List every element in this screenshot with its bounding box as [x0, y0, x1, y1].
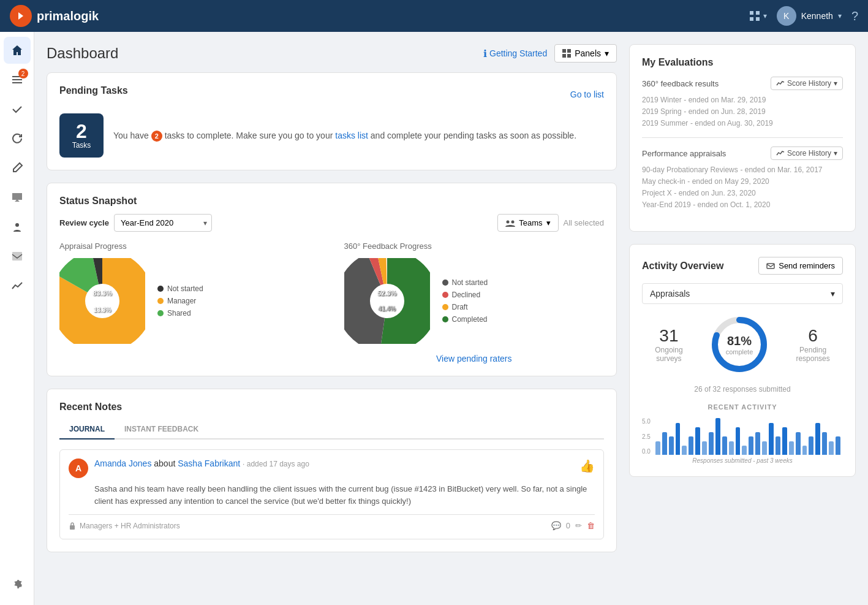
page-title: Dashboard: [47, 45, 118, 62]
tab-instant-feedback[interactable]: INSTANT FEEDBACK: [115, 420, 208, 439]
help-icon[interactable]: ?: [851, 9, 858, 23]
logo-icon[interactable]: [10, 5, 32, 27]
activity-overview-header: Activity Overview Send reminders: [642, 257, 843, 275]
chart-bar: [809, 436, 813, 455]
appraisals-score-history-button[interactable]: Score History ▾: [771, 146, 843, 160]
y-axis: 5.0 2.5 0.0: [642, 418, 651, 455]
sidebar-item-analytics[interactable]: [4, 272, 31, 299]
chart-bar: [689, 436, 693, 455]
sidebar-item-home[interactable]: [4, 37, 31, 64]
chart-bar: [695, 427, 700, 455]
eval-project-x[interactable]: Project X - ended on Jun. 23, 2020: [642, 188, 843, 197]
chart-bar: [676, 423, 681, 455]
appraisals-eval-label: Performance appraisals: [642, 149, 726, 158]
chart-bar: [729, 441, 734, 455]
review-cycle-select[interactable]: Year-End 2020: [114, 214, 212, 232]
edit-note-icon[interactable]: ✏: [575, 521, 582, 530]
sidebar-item-check[interactable]: [4, 96, 31, 123]
appraisals-eval-header: Performance appraisals Score History ▾: [642, 146, 843, 160]
view-pending-raters: View pending raters: [344, 354, 605, 363]
bar-chart-area: 5.0 2.5 0.0: [642, 418, 843, 455]
user-menu[interactable]: K Kenneth ▾: [777, 6, 842, 26]
tasks-list-link[interactable]: tasks list: [335, 131, 368, 140]
legend-fb-completed: Completed: [442, 315, 488, 324]
eval-may-checkin[interactable]: May check-in - ended on May 29, 2020: [642, 177, 843, 186]
note-meta: Amanda Jones about Sasha Fabrikant · add…: [94, 459, 579, 468]
delete-note-icon[interactable]: 🗑: [587, 521, 595, 530]
appraisal-pie-chart: 83.3% 13.3%: [59, 258, 145, 344]
sidebar-item-chat[interactable]: [4, 184, 31, 211]
pending-responses-label: Pendingresponses: [796, 346, 829, 363]
user-dropdown-icon: ▾: [838, 12, 842, 20]
chart-bar: [715, 418, 720, 455]
sidebar-item-settings[interactable]: [4, 571, 31, 577]
tasks-count-label: Tasks: [72, 141, 91, 150]
recent-activity-title: RECENT ACTIVITY: [642, 403, 843, 411]
chart-bar: [815, 423, 820, 455]
chart-bar: [822, 432, 827, 455]
getting-started-button[interactable]: ℹ Getting Started: [483, 48, 547, 59]
ongoing-surveys-label: Ongoingsurveys: [655, 346, 682, 363]
chart-bar: [755, 432, 760, 455]
note-author-area: A Amanda Jones about Sasha Fabrikant · a…: [69, 459, 579, 478]
svg-marker-0: [18, 12, 23, 20]
trend-icon-2: [776, 150, 785, 156]
view-pending-raters-link[interactable]: View pending raters: [436, 354, 511, 363]
eval-divider: [642, 137, 843, 138]
eval-2019-summer[interactable]: 2019 Summer - ended on Aug. 30, 2019: [642, 118, 843, 127]
send-reminders-button[interactable]: Send reminders: [758, 257, 843, 275]
svg-rect-10: [562, 49, 566, 53]
grid-button[interactable]: ▾: [749, 10, 767, 22]
go-to-list-link[interactable]: Go to list: [570, 89, 604, 99]
sidebar-item-inbox[interactable]: [4, 243, 31, 270]
feedback-score-history-button[interactable]: Score History ▾: [771, 77, 843, 90]
sidebar-item-edit[interactable]: [4, 154, 31, 181]
tasks-inline-badge: 2: [151, 131, 162, 142]
teams-area: Teams ▾ All selected: [497, 214, 604, 232]
recent-notes-card: Recent Notes JOURNAL INSTANT FEEDBACK A …: [47, 389, 617, 552]
appraisals-dropdown[interactable]: Appraisals ▾: [642, 283, 843, 304]
panels-dropdown-icon: ▾: [605, 48, 609, 58]
chart-bar: [769, 423, 774, 455]
sidebar-item-tasks[interactable]: 2: [4, 66, 31, 93]
note-author-link[interactable]: Amanda Jones: [94, 459, 151, 468]
legend-fb-declined: Declined: [442, 291, 488, 299]
tab-journal[interactable]: JOURNAL: [59, 420, 115, 439]
appraisals-dropdown-chevron: ▾: [831, 289, 835, 299]
chart-bar: [749, 436, 753, 455]
feedback-eval-group: 360° feedback results Score History ▾ 20…: [642, 77, 843, 127]
completion-donut: 81% complete: [709, 314, 770, 375]
note-text: Sasha and his team have really been hand…: [94, 483, 595, 507]
eval-2019-winter[interactable]: 2019 Winter - ended on Mar. 29, 2019: [642, 95, 843, 104]
sidebar-item-refresh[interactable]: [4, 125, 31, 152]
pending-tasks-title: Pending Tasks: [59, 85, 128, 96]
ongoing-surveys-number: 31: [655, 326, 682, 346]
sidebar-item-users[interactable]: [4, 213, 31, 240]
eval-2019-spring[interactable]: 2019 Spring - ended on Jun. 28, 2019: [642, 107, 843, 116]
legend-fb-not-started: Not started: [442, 278, 488, 287]
feedback-eval-header: 360° feedback results Score History ▾: [642, 77, 843, 90]
donut-center: 81% complete: [726, 334, 753, 356]
note-author-avatar: A: [69, 459, 88, 478]
panels-button[interactable]: Panels ▾: [554, 44, 617, 63]
top-navigation: primalogik ▾ K Kenneth ▾ ?: [0, 0, 868, 32]
chart-bar: [702, 441, 707, 455]
teams-button[interactable]: Teams ▾: [497, 214, 558, 232]
pending-tasks-body: 2 Tasks You have 2 tasks to complete. Ma…: [59, 113, 604, 158]
svg-rect-4: [756, 17, 760, 21]
all-selected-label: All selected: [564, 218, 604, 227]
svg-rect-11: [567, 49, 571, 53]
pending-tasks-header: Pending Tasks Go to list: [59, 85, 604, 104]
left-column: Dashboard ℹ Getting Started Panels ▾ Pen…: [47, 44, 617, 565]
eval-90day[interactable]: 90-day Probationary Reviews - ended on M…: [642, 165, 843, 174]
appraisal-chart-with-legend: 83.3% 13.3% Not started Manager: [59, 258, 320, 344]
score-history-dropdown-icon: ▾: [834, 79, 837, 88]
topnav-right: ▾ K Kenneth ▾ ?: [749, 6, 858, 26]
thumbs-up-icon: 👍: [579, 459, 595, 473]
comments-icon: 💬: [551, 521, 561, 530]
eval-yearend-2019[interactable]: Year-End 2019 - ended on Oct. 1, 2020: [642, 200, 843, 209]
note-subject-link[interactable]: Sasha Fabrikant: [178, 459, 240, 468]
svg-rect-3: [750, 17, 753, 21]
legend-fb-draft: Draft: [442, 303, 488, 311]
tasks-badge: 2: [18, 69, 28, 78]
